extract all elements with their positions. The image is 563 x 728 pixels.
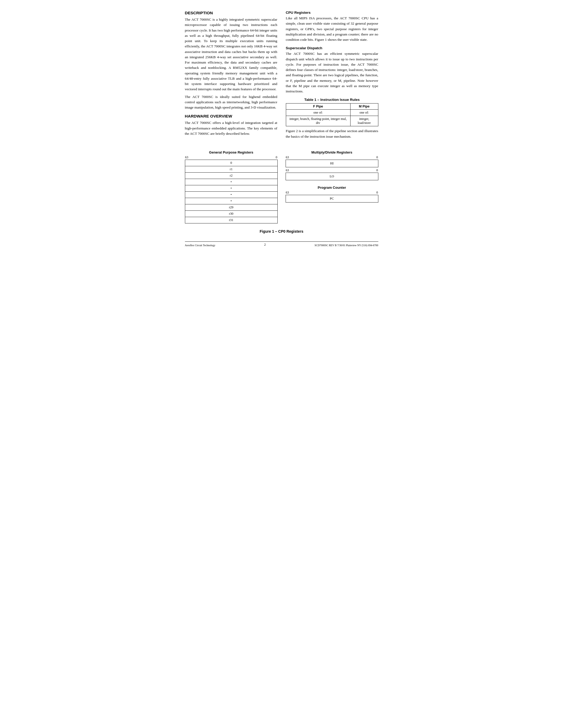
main-content: DESCRIPTION The ACT 7000SC is a highly i… xyxy=(185,11,378,143)
footer-right: SCD7000SC REV B 7/30/01 Plainview NY (51… xyxy=(315,244,378,247)
pc-bit-high: 63 xyxy=(286,191,289,195)
mdr-hi-bit-high: 63 xyxy=(286,155,289,159)
gpr-row-r2: r2 xyxy=(185,172,277,179)
cpu-registers-heading: CPU Registers xyxy=(286,11,378,15)
hardware-overview-heading: HARDWARE OVERVIEW xyxy=(185,114,277,119)
superscalar-heading: Superscalar Dispatch xyxy=(286,46,378,50)
gpr-row-dot3: • xyxy=(185,191,277,198)
mdr-lo-bit-high: 63 xyxy=(286,168,289,172)
footer-center: 2 xyxy=(264,243,266,247)
gpr-row-dot2: • xyxy=(185,185,277,191)
right-reg-groups: Multiply/Divide Registers 63 0 HI 63 0 L… xyxy=(286,150,378,203)
table-row2-col2: integer, load/store xyxy=(350,116,378,126)
hardware-overview-section: HARDWARE OVERVIEW The ACT 7000SC offers … xyxy=(185,114,277,136)
description-section: DESCRIPTION The ACT 7000SC is a highly i… xyxy=(185,11,277,110)
gpr-row-dot1: • xyxy=(185,179,277,185)
mdr-hi-bit-range: 63 0 xyxy=(286,155,378,159)
gpr-bit-range: 63 0 xyxy=(185,155,277,159)
gpr-rows: 0 r1 r2 • • • • r29 r30 r31 xyxy=(185,160,277,223)
table-col1-header: F Pipe xyxy=(286,104,350,110)
gpr-row-0: 0 xyxy=(185,160,277,166)
table-title: Table 1 – Instruction Issue Rules xyxy=(286,98,378,102)
mdr-lo-box: LO xyxy=(286,173,378,180)
hardware-overview-para1: The ACT 7000SC offers a high-level of in… xyxy=(185,120,277,136)
pc-box: PC xyxy=(286,195,378,203)
superscalar-para: The ACT 7000SC has an efficient symmetri… xyxy=(286,51,378,94)
table-row1-col1: one of: xyxy=(286,110,350,116)
pc-bit-range: 63 0 xyxy=(286,191,378,195)
table-col2-header: M Pipe xyxy=(350,104,378,110)
description-para1: The ACT 7000SC is a highly integrated sy… xyxy=(185,17,277,92)
gpr-bit-high: 63 xyxy=(185,155,188,159)
figure-caption: Figure 1 – CP0 Registers xyxy=(185,229,378,233)
mdr-lo-bit-low: 0 xyxy=(377,168,378,172)
mdr-hi-bit-low: 0 xyxy=(377,155,378,159)
page: DESCRIPTION The ACT 7000SC is a highly i… xyxy=(185,11,378,247)
gpr-group: General Purpose Registers 63 0 0 r1 r2 •… xyxy=(185,150,277,223)
cpu-registers-para: Like all MIPS ISA processors, the ACT 70… xyxy=(286,16,378,42)
description-heading: DESCRIPTION xyxy=(185,11,277,15)
gpr-title: General Purpose Registers xyxy=(185,150,277,154)
footer: Aeroflex Circuit Technology 2 SCD7000SC … xyxy=(185,241,378,247)
gpr-row-r31: r31 xyxy=(185,217,277,223)
footer-left: Aeroflex Circuit Technology xyxy=(185,244,215,247)
right-column: CPU Registers Like all MIPS ISA processo… xyxy=(286,11,378,143)
gpr-row-r29: r29 xyxy=(185,204,277,210)
pc-bit-low: 0 xyxy=(377,191,378,195)
table-row1-col2: one of: xyxy=(350,110,378,116)
left-column: DESCRIPTION The ACT 7000SC is a highly i… xyxy=(185,11,277,143)
issue-rules-table: F Pipe M Pipe one of: one of: integer, b… xyxy=(286,103,378,126)
mdr-group: Multiply/Divide Registers 63 0 HI 63 0 L… xyxy=(286,150,378,180)
diagram-section: General Purpose Registers 63 0 0 r1 r2 •… xyxy=(185,150,378,223)
pc-group: Program Counter 63 0 PC xyxy=(286,186,378,203)
gpr-bit-low: 0 xyxy=(276,155,277,159)
mdr-title: Multiply/Divide Registers xyxy=(286,150,378,154)
pc-title: Program Counter xyxy=(286,186,378,190)
table-section: Table 1 – Instruction Issue Rules F Pipe… xyxy=(286,98,378,139)
description-para2: The ACT 7000SC is ideally suited for hig… xyxy=(185,94,277,110)
gpr-row-r30: r30 xyxy=(185,210,277,217)
mdr-lo-bit-range: 63 0 xyxy=(286,168,378,172)
gpr-row-dot4: • xyxy=(185,198,277,204)
table-row2-col1: integer, branch, floating-point, integer… xyxy=(286,116,350,126)
cpu-registers-section: CPU Registers Like all MIPS ISA processo… xyxy=(286,11,378,42)
gpr-row-r1: r1 xyxy=(185,166,277,172)
superscalar-section: Superscalar Dispatch The ACT 7000SC has … xyxy=(286,46,378,94)
mdr-hi-box: HI xyxy=(286,160,378,167)
figure-paragraph: Figure 2 is a simplification of the pipe… xyxy=(286,128,378,139)
